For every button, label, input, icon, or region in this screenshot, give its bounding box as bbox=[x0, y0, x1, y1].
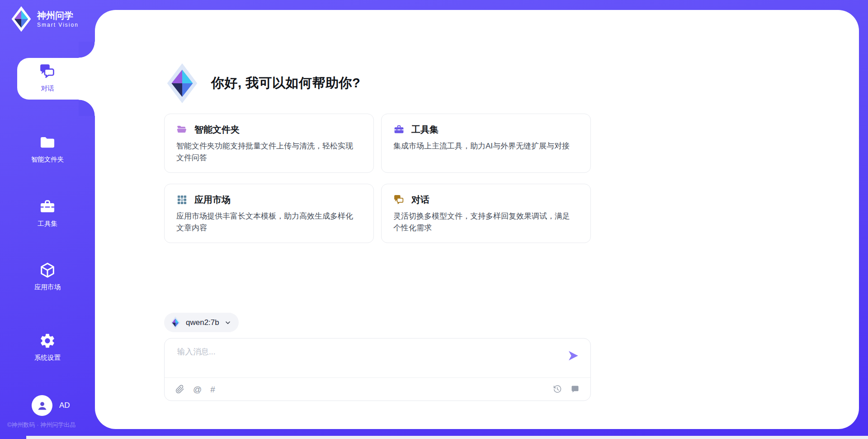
gear-icon bbox=[39, 332, 56, 349]
history-button[interactable] bbox=[553, 385, 562, 394]
card-description: 灵活切换多模型文件，支持多样回复效果调试，满足个性化需求 bbox=[393, 210, 579, 234]
folder-icon bbox=[39, 134, 56, 151]
hero: 你好, 我可以如何帮助你? bbox=[164, 63, 360, 104]
hashtag-button[interactable]: # bbox=[210, 385, 215, 394]
sidebar-item-label: 对话 bbox=[41, 84, 54, 93]
conversation-button[interactable] bbox=[571, 385, 580, 394]
card-chat[interactable]: 对话 灵活切换多模型文件，支持多样回复效果调试，满足个性化需求 bbox=[381, 184, 591, 243]
sidebar-item-label: 工具集 bbox=[38, 220, 57, 228]
cube-icon bbox=[39, 262, 56, 279]
toolbox-icon bbox=[393, 124, 405, 135]
grid-icon bbox=[176, 194, 188, 205]
sidebar-item-label: 智能文件夹 bbox=[31, 155, 64, 164]
sidebar-footer-text: ©神州数码 · 神州问学出品 bbox=[7, 421, 75, 429]
model-selector-button[interactable]: qwen2:7b bbox=[164, 313, 239, 332]
brand-name: 神州问学 bbox=[37, 10, 79, 20]
hero-logo-icon bbox=[164, 63, 200, 104]
card-description: 智能文件夹功能支持批量文件上传与清洗，轻松实现文件问答 bbox=[176, 140, 362, 163]
card-title: 应用市场 bbox=[194, 194, 231, 206]
horizontal-scrollbar[interactable] bbox=[26, 436, 868, 439]
attach-button[interactable] bbox=[175, 385, 184, 394]
card-description: 应用市场提供丰富长文本模板，助力高效生成多样化文章内容 bbox=[176, 210, 362, 234]
model-logo-icon bbox=[170, 316, 181, 329]
sidebar-item-label: 应用市场 bbox=[34, 283, 61, 291]
greeting-title: 你好, 我可以如何帮助你? bbox=[211, 74, 360, 92]
folder-open-icon bbox=[176, 124, 188, 135]
card-description: 集成市场上主流工具，助力AI与外界无缝扩展与对接 bbox=[393, 140, 579, 152]
app-window: 神州问学 Smart Vision 对话 智能文件夹 工具集 应用市场 系统设置… bbox=[0, 0, 868, 439]
brand: 神州问学 Smart Vision bbox=[10, 6, 79, 32]
sidebar-item-smart-folders[interactable]: 智能文件夹 bbox=[0, 134, 95, 164]
history-icon bbox=[553, 385, 562, 394]
chat-bubbles-icon bbox=[393, 194, 405, 205]
card-title: 对话 bbox=[411, 194, 429, 206]
card-title: 智能文件夹 bbox=[194, 124, 240, 136]
brand-logo-icon bbox=[10, 6, 33, 32]
chevron-down-icon bbox=[224, 319, 231, 326]
tab-fillet-top bbox=[79, 42, 95, 58]
sidebar-item-label: 系统设置 bbox=[34, 353, 61, 362]
sidebar-item-settings[interactable]: 系统设置 bbox=[0, 332, 95, 362]
sidebar-item-toolset[interactable]: 工具集 bbox=[0, 198, 95, 228]
send-icon[interactable] bbox=[567, 349, 580, 362]
message-icon bbox=[571, 385, 580, 394]
feature-cards: 智能文件夹 智能文件夹功能支持批量文件上传与清洗，轻松实现文件问答 工具集 集成… bbox=[164, 114, 591, 243]
sidebar-item-app-market[interactable]: 应用市场 bbox=[0, 262, 95, 291]
at-icon: @ bbox=[193, 385, 202, 394]
paperclip-icon bbox=[175, 385, 184, 394]
sidebar-item-chat[interactable]: 对话 bbox=[0, 63, 95, 93]
user-account[interactable]: AD bbox=[32, 395, 70, 416]
chat-bubbles-icon bbox=[39, 63, 56, 80]
card-app-market[interactable]: 应用市场 应用市场提供丰富长文本模板，助力高效生成多样化文章内容 bbox=[164, 184, 374, 243]
message-input[interactable] bbox=[176, 345, 556, 370]
composer-toolbar: @ # bbox=[165, 377, 590, 401]
card-title: 工具集 bbox=[411, 124, 439, 136]
hash-icon: # bbox=[210, 385, 215, 394]
card-smart-folders[interactable]: 智能文件夹 智能文件夹功能支持批量文件上传与清洗，轻松实现文件问答 bbox=[164, 114, 374, 173]
tab-fillet-bottom bbox=[79, 100, 95, 116]
model-name: qwen2:7b bbox=[186, 318, 219, 327]
card-toolset[interactable]: 工具集 集成市场上主流工具，助力AI与外界无缝扩展与对接 bbox=[381, 114, 591, 173]
user-name: AD bbox=[59, 401, 70, 410]
brand-subtitle: Smart Vision bbox=[37, 22, 79, 28]
composer: @ # bbox=[164, 338, 591, 401]
toolbox-icon bbox=[39, 198, 56, 215]
avatar bbox=[32, 395, 52, 416]
person-icon bbox=[36, 400, 48, 412]
mention-button[interactable]: @ bbox=[193, 385, 202, 394]
